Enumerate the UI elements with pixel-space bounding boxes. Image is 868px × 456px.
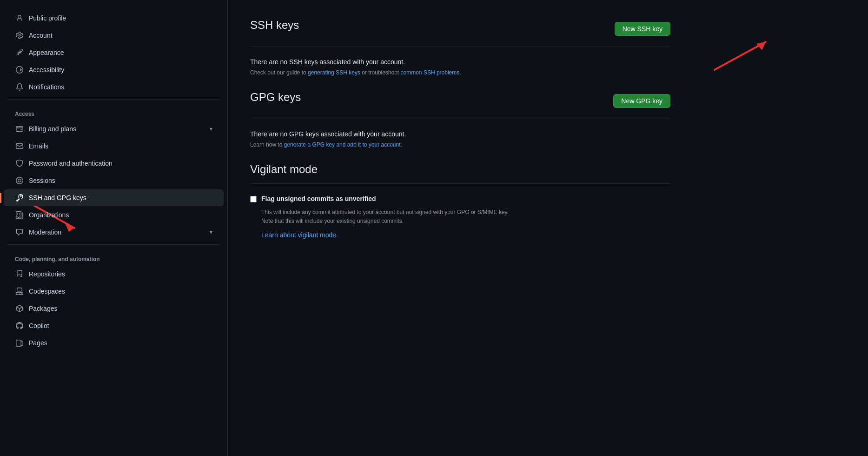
ssh-keys-sub-suffix: .: [459, 69, 461, 76]
sidebar-item-emails[interactable]: Emails: [4, 138, 224, 154]
chevron-down-icon-moderation: ▾: [210, 229, 212, 235]
shield-icon: [15, 159, 24, 168]
sidebar-label-codespaces: Codespaces: [29, 288, 212, 295]
access-section-label: Access: [0, 103, 227, 120]
vigilant-mode-learn-link[interactable]: Learn about vigilant mode.: [261, 231, 338, 239]
sidebar-item-codespaces[interactable]: Codespaces: [4, 283, 224, 300]
sidebar-label-moderation: Moderation: [29, 228, 210, 236]
sidebar-item-public-profile[interactable]: Public profile: [4, 10, 224, 27]
sidebar-label-public-profile: Public profile: [29, 14, 212, 22]
bell-icon: [15, 82, 24, 92]
credit-card-icon: [15, 124, 24, 134]
sidebar-item-copilot[interactable]: Copilot: [4, 317, 224, 334]
mail-icon: [15, 141, 24, 151]
person-icon: [15, 13, 24, 23]
ssh-keys-link1[interactable]: generating SSH keys: [308, 69, 360, 76]
gpg-keys-divider: [250, 119, 670, 119]
sidebar-item-account[interactable]: Account: [4, 27, 224, 44]
sidebar-item-organizations[interactable]: Organizations: [4, 207, 224, 223]
ssh-keys-header: SSH keys New SSH key: [250, 19, 670, 39]
gear-icon: [15, 31, 24, 40]
gpg-keys-empty-text: There are no GPG keys associated with yo…: [250, 130, 670, 138]
sidebar-label-copilot: Copilot: [29, 322, 212, 329]
sidebar-label-account: Account: [29, 32, 212, 39]
vigilant-mode-desc: This will include any commit attributed …: [261, 208, 670, 226]
sidebar-item-pages[interactable]: Pages: [4, 335, 224, 351]
vigilant-mode-divider: [250, 183, 670, 184]
package-icon: [15, 304, 24, 313]
accessibility-icon: [15, 65, 24, 74]
vigilant-mode-title: Vigilant mode: [250, 163, 670, 176]
sidebar-label-pages: Pages: [29, 339, 212, 347]
sidebar-item-sessions[interactable]: Sessions: [4, 172, 224, 189]
sidebar-label-sessions: Sessions: [29, 177, 212, 184]
vigilant-mode-desc-line2: Note that this will include your existin…: [261, 218, 404, 224]
vigilant-mode-checkbox-row: Flag unsigned commits as unverified: [250, 195, 670, 202]
ssh-keys-divider: [250, 47, 670, 47]
key-icon: [15, 193, 24, 202]
gpg-keys-header: GPG keys New GPG key: [250, 91, 670, 111]
sidebar-label-packages: Packages: [29, 305, 212, 312]
ssh-keys-sub-text: Check out our guide to generating SSH ke…: [250, 69, 670, 76]
arrow-annotation-top-right: [710, 37, 775, 74]
sidebar-item-appearance[interactable]: Appearance: [4, 44, 224, 61]
paintbrush-icon: [15, 48, 24, 57]
sidebar-label-emails: Emails: [29, 142, 212, 150]
svg-marker-1: [756, 42, 766, 50]
sidebar-item-accessibility[interactable]: Accessibility: [4, 61, 224, 78]
sidebar-item-password[interactable]: Password and authentication: [4, 155, 224, 172]
ssh-keys-link2[interactable]: common SSH problems: [401, 69, 460, 76]
gpg-keys-sub-text: Learn how to generate a GPG key and add …: [250, 141, 670, 148]
radio-icon: [15, 176, 24, 185]
sidebar-item-moderation[interactable]: Moderation ▾: [4, 224, 224, 241]
gpg-keys-title: GPG keys: [250, 91, 301, 104]
organization-icon: [15, 210, 24, 220]
ssh-keys-sub-middle: or troubleshoot: [360, 69, 401, 76]
sidebar: Public profile Account Appearance Access…: [0, 0, 228, 456]
new-ssh-key-button[interactable]: New SSH key: [615, 22, 670, 36]
divider-access: [7, 244, 220, 245]
vigilant-mode-checkbox[interactable]: [250, 196, 257, 202]
sidebar-item-ssh-gpg-keys[interactable]: SSH and GPG keys: [4, 189, 224, 206]
vigilant-mode-checkbox-label: Flag unsigned commits as unverified: [261, 195, 376, 202]
sidebar-item-packages[interactable]: Packages: [4, 300, 224, 317]
gpg-keys-sub-prefix: Learn how to: [250, 141, 284, 148]
comment-icon: [15, 228, 24, 237]
sidebar-label-ssh-gpg: SSH and GPG keys: [29, 194, 212, 201]
vigilant-mode-section: Vigilant mode Flag unsigned commits as u…: [250, 163, 670, 239]
copilot-icon: [15, 321, 24, 330]
gpg-keys-link1[interactable]: generate a GPG key and add it to your ac…: [284, 141, 401, 148]
code-section-label: Code, planning, and automation: [0, 248, 227, 265]
pages-icon: [15, 338, 24, 348]
sidebar-label-appearance: Appearance: [29, 49, 212, 56]
sidebar-item-billing-and-plans[interactable]: Billing and plans ▾: [4, 121, 224, 137]
sidebar-label-organizations: Organizations: [29, 211, 212, 219]
ssh-keys-title: SSH keys: [250, 19, 299, 32]
svg-line-0: [715, 42, 766, 70]
codespaces-icon: [15, 287, 24, 296]
sidebar-label-password: Password and authentication: [29, 160, 212, 167]
chevron-down-icon: ▾: [210, 126, 212, 132]
repo-icon: [15, 269, 24, 279]
divider-top: [7, 99, 220, 100]
sidebar-item-repositories[interactable]: Repositories: [4, 266, 224, 282]
sidebar-item-notifications[interactable]: Notifications: [4, 79, 224, 95]
vigilant-mode-desc-line1: This will include any commit attributed …: [261, 209, 509, 215]
ssh-keys-sub-prefix: Check out our guide to: [250, 69, 308, 76]
main-content: SSH keys New SSH key There are no SSH ke…: [228, 0, 693, 456]
sidebar-label-repositories: Repositories: [29, 270, 212, 278]
sidebar-label-accessibility: Accessibility: [29, 66, 212, 74]
gpg-keys-sub-suffix: .: [401, 141, 402, 148]
sidebar-label-billing: Billing and plans: [29, 125, 210, 133]
sidebar-label-notifications: Notifications: [29, 83, 212, 91]
new-gpg-key-button[interactable]: New GPG key: [613, 94, 670, 108]
ssh-keys-empty-text: There are no SSH keys associated with yo…: [250, 58, 670, 66]
